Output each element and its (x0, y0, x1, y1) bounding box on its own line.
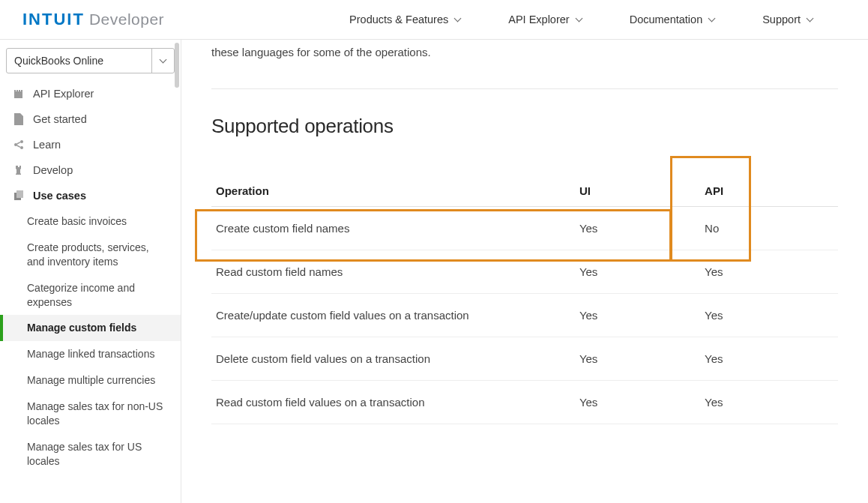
product-selector-value: QuickBooks Online (7, 49, 151, 73)
cell-api: Yes (700, 381, 838, 424)
share-icon (12, 138, 25, 151)
sidebar-scroll-thumb[interactable] (175, 43, 179, 88)
sidebar-scrollbar[interactable] (173, 41, 181, 503)
table-row: Read custom field namesYesYes (211, 250, 838, 294)
cell-api: No (700, 207, 838, 250)
table-row: Create/update custom field values on a t… (211, 294, 838, 337)
sidebar-item-develop[interactable]: Develop (0, 157, 181, 183)
nav-label: Support (762, 13, 801, 25)
chevron-down-icon (805, 14, 816, 25)
doc-icon (12, 112, 25, 126)
logo[interactable]: INTUIT Developer (22, 10, 164, 29)
sidebar-usecase-item[interactable]: Manage sales tax for non-US locales (0, 394, 181, 434)
chevron-down-icon (158, 55, 169, 66)
sidebar-item-use-cases[interactable]: Use cases (0, 183, 181, 208)
nav-support[interactable]: Support (762, 13, 816, 25)
sidebar-usecase-item[interactable]: Manage custom fields (0, 315, 181, 341)
product-selector-toggle[interactable] (151, 49, 174, 73)
rook-icon (12, 163, 25, 177)
cell-ui: Yes (575, 250, 700, 294)
cell-operation: Create custom field names (211, 207, 575, 250)
cell-ui: Yes (575, 207, 700, 250)
table-row: Delete custom field values on a transact… (211, 337, 838, 381)
th-operation: Operation (211, 175, 575, 207)
section-title: Supported operations (211, 115, 838, 138)
logo-sub: Developer (89, 10, 164, 28)
castle-icon (12, 87, 25, 100)
sidebar-usecase-item[interactable]: Categorize income and expenses (0, 275, 181, 316)
nav-api-explorer[interactable]: API Explorer (508, 13, 584, 25)
copy-icon (12, 189, 25, 202)
logo-brand: INTUIT (22, 10, 85, 29)
nav-documentation[interactable]: Documentation (630, 13, 718, 25)
sidebar-usecase-item[interactable]: Create basic invoices (0, 208, 181, 235)
cell-operation: Read custom field names (211, 250, 575, 294)
th-ui: UI (575, 175, 700, 207)
cell-ui: Yes (575, 294, 700, 337)
sidebar-item-api-explorer[interactable]: API Explorer (0, 81, 181, 106)
cell-ui: Yes (575, 381, 700, 424)
product-selector[interactable]: QuickBooks Online (6, 48, 175, 73)
nav-label: Documentation (630, 13, 703, 25)
sidebar-usecase-item[interactable]: Create products, services, and inventory… (0, 235, 181, 275)
sidebar-item-label: Get started (33, 113, 87, 125)
cell-operation: Read custom field values on a transactio… (211, 381, 575, 424)
nav-products-features[interactable]: Products & Features (349, 13, 463, 25)
svg-rect-4 (16, 190, 23, 198)
sidebar-item-learn[interactable]: Learn (0, 132, 181, 157)
sidebar-item-label: Develop (33, 164, 73, 176)
cell-ui: Yes (575, 337, 700, 381)
sidebar-item-get-started[interactable]: Get started (0, 106, 181, 132)
nav-label: API Explorer (508, 13, 569, 25)
th-api: API (700, 175, 838, 207)
sidebar-usecases: Create basic invoicesCreate products, se… (0, 208, 181, 475)
sidebar-usecase-item[interactable]: Manage linked transactions (0, 341, 181, 367)
svg-point-1 (20, 140, 23, 143)
sidebar-item-label: API Explorer (33, 88, 94, 100)
operations-table: Operation UI API Create custom field nam… (211, 175, 838, 424)
table-row: Read custom field values on a transactio… (211, 381, 838, 424)
cell-api: Yes (700, 250, 838, 294)
section-divider (211, 88, 838, 89)
table-row: Create custom field namesYesNo (211, 207, 838, 250)
svg-point-2 (20, 146, 23, 149)
chevron-down-icon (707, 14, 717, 25)
top-nav: INTUIT Developer Products & Features API… (0, 0, 868, 40)
table-header-row: Operation UI API (211, 175, 838, 207)
table-highlight-wrap: Operation UI API Create custom field nam… (211, 175, 838, 424)
sidebar-item-label: Use cases (33, 190, 86, 202)
sidebar-item-label: Learn (33, 139, 61, 151)
sidebar-nav: API Explorer Get started Learn Develop (0, 81, 181, 208)
cell-api: Yes (700, 294, 838, 337)
cell-operation: Delete custom field values on a transact… (211, 337, 575, 381)
main-content: these languages for some of the operatio… (181, 40, 868, 503)
chevron-down-icon (453, 14, 463, 25)
sidebar-usecase-item[interactable]: Manage sales tax for US locales (0, 434, 181, 475)
sidebar-usecase-item[interactable]: Manage multiple currencies (0, 367, 181, 394)
cell-operation: Create/update custom field values on a t… (211, 294, 575, 337)
sidebar: QuickBooks Online API Explorer Get start… (0, 40, 181, 503)
chevron-down-icon (574, 14, 585, 25)
intro-text: these languages for some of the operatio… (211, 46, 838, 58)
nav-label: Products & Features (349, 13, 448, 25)
cell-api: Yes (700, 337, 838, 381)
top-nav-items: Products & Features API Explorer Documen… (164, 13, 846, 25)
